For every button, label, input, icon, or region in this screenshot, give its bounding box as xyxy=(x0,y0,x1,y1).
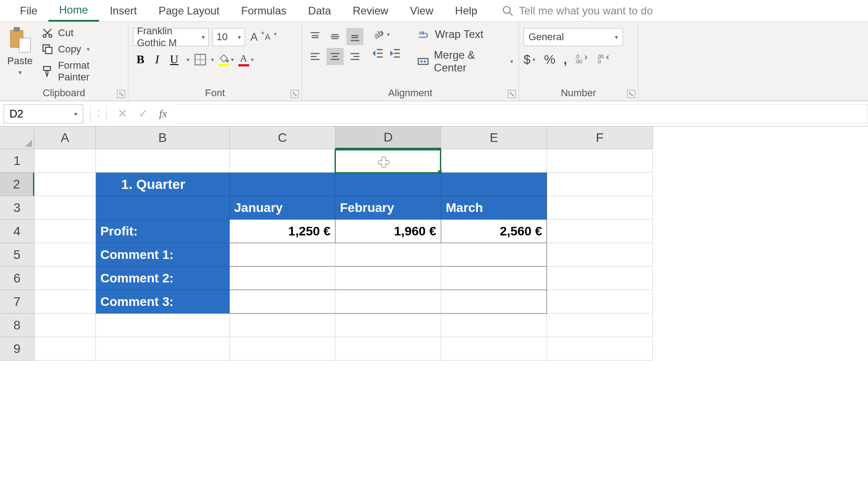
cell-a6[interactable] xyxy=(34,267,96,290)
cell-b7[interactable]: Comment 3: xyxy=(96,290,230,314)
cell-e6[interactable] xyxy=(441,267,547,290)
cell-c5[interactable] xyxy=(230,243,335,267)
font-color-button[interactable]: A ▾ xyxy=(238,52,255,66)
tab-insert[interactable]: Insert xyxy=(99,0,148,22)
cell-d4[interactable]: 1,960 € xyxy=(335,220,441,243)
cell-e2[interactable] xyxy=(441,173,547,196)
col-header-a[interactable]: A xyxy=(34,127,96,149)
underline-button[interactable]: U xyxy=(166,53,182,66)
align-middle-button[interactable] xyxy=(326,28,344,45)
format-painter-button[interactable]: Format Painter xyxy=(42,60,123,83)
row-header-2[interactable]: 2 xyxy=(0,173,34,196)
row-header-4[interactable]: 4 xyxy=(0,220,34,243)
row-header-1[interactable]: 1 xyxy=(0,149,34,173)
cell-a1[interactable] xyxy=(34,149,96,173)
cell-a5[interactable] xyxy=(34,243,96,267)
cell-b2[interactable]: 1. Quarter xyxy=(96,173,230,196)
alignment-dialog-launcher[interactable]: ⤡ xyxy=(508,90,516,98)
cell-a2[interactable] xyxy=(34,173,96,196)
align-top-button[interactable] xyxy=(307,28,324,45)
cell-b5[interactable]: Comment 1: xyxy=(96,243,230,267)
copy-dropdown-icon[interactable]: ▾ xyxy=(86,46,90,52)
cell-a8[interactable] xyxy=(34,314,96,337)
cell-c3[interactable]: January xyxy=(230,196,335,220)
cut-button[interactable]: Cut xyxy=(42,27,123,39)
increase-font-button[interactable]: A xyxy=(249,31,259,43)
formula-bar-grip[interactable]: ⋮ xyxy=(94,113,103,115)
tell-me-search[interactable]: Tell me what you want to do xyxy=(502,5,653,17)
cell-a3[interactable] xyxy=(34,196,96,220)
fill-color-button[interactable]: ▾ xyxy=(218,53,235,66)
cell-f3[interactable] xyxy=(547,196,653,220)
cell-f1[interactable] xyxy=(547,149,653,173)
paste-button[interactable]: Paste ▾ xyxy=(5,27,35,83)
cell-b6[interactable]: Comment 2: xyxy=(96,267,230,290)
font-color-dropdown-icon[interactable]: ▾ xyxy=(250,56,255,63)
merge-center-button[interactable]: Merge & Center ▾ xyxy=(417,49,514,74)
cell-d6[interactable] xyxy=(335,267,441,290)
tab-view[interactable]: View xyxy=(399,0,444,22)
number-format-combo[interactable]: General ▾ xyxy=(524,28,623,46)
cell-a9[interactable] xyxy=(34,337,96,361)
cell-d1[interactable] xyxy=(335,149,441,173)
cell-e3[interactable]: March xyxy=(441,196,547,220)
cell-c8[interactable] xyxy=(230,314,335,337)
col-header-f[interactable]: F xyxy=(547,127,653,149)
decrease-indent-button[interactable] xyxy=(372,47,384,61)
align-center-button[interactable] xyxy=(326,48,344,65)
cell-e7[interactable] xyxy=(441,290,547,314)
select-all-corner[interactable] xyxy=(0,127,34,149)
cell-c7[interactable] xyxy=(230,290,335,314)
col-header-d[interactable]: D xyxy=(335,127,441,149)
paste-dropdown-icon[interactable]: ▾ xyxy=(19,69,22,76)
borders-button[interactable] xyxy=(194,53,207,66)
align-left-button[interactable] xyxy=(307,48,324,65)
clipboard-dialog-launcher[interactable]: ⤡ xyxy=(117,90,125,98)
decrease-decimal-button[interactable]: .00.0 xyxy=(597,52,610,67)
cell-c4[interactable]: 1,250 € xyxy=(230,220,335,243)
row-header-3[interactable]: 3 xyxy=(0,196,34,220)
row-header-5[interactable]: 5 xyxy=(0,243,34,267)
merge-dropdown-icon[interactable]: ▾ xyxy=(509,58,514,65)
comma-format-button[interactable]: , xyxy=(563,52,567,67)
font-dialog-launcher[interactable]: ⤡ xyxy=(291,90,299,98)
cell-b8[interactable] xyxy=(96,314,230,337)
cell-c1[interactable] xyxy=(230,149,335,173)
cell-b3[interactable] xyxy=(96,196,230,220)
tab-data[interactable]: Data xyxy=(297,0,342,22)
cell-a7[interactable] xyxy=(34,290,96,314)
col-header-c[interactable]: C xyxy=(230,127,335,149)
tab-page-layout[interactable]: Page Layout xyxy=(148,0,231,22)
decrease-font-button[interactable]: A xyxy=(263,33,272,42)
cell-d9[interactable] xyxy=(335,337,441,361)
cell-e8[interactable] xyxy=(441,314,547,337)
tab-help[interactable]: Help xyxy=(444,0,488,22)
cell-e5[interactable] xyxy=(441,243,547,267)
cell-d7[interactable] xyxy=(335,290,441,314)
worksheet[interactable]: A B C D E F 1 2 1. Quarter 3 January Feb… xyxy=(0,127,868,361)
underline-dropdown-icon[interactable]: ▾ xyxy=(186,56,190,63)
col-header-b[interactable]: B xyxy=(96,127,230,149)
wrap-text-button[interactable]: ab Wrap Text xyxy=(417,28,514,41)
cell-d2[interactable] xyxy=(335,173,441,196)
increase-decimal-button[interactable]: .0.00 xyxy=(575,52,589,67)
row-header-7[interactable]: 7 xyxy=(0,290,34,314)
cell-a4[interactable] xyxy=(34,220,96,243)
cell-e9[interactable] xyxy=(441,337,547,361)
formula-input[interactable] xyxy=(174,104,868,123)
percent-format-button[interactable]: % xyxy=(544,52,556,67)
cell-f7[interactable] xyxy=(547,290,653,314)
align-bottom-button[interactable] xyxy=(346,28,363,45)
tab-review[interactable]: Review xyxy=(342,0,399,22)
fill-dropdown-icon[interactable]: ▾ xyxy=(230,56,235,63)
row-header-8[interactable]: 8 xyxy=(0,314,34,337)
increase-indent-button[interactable] xyxy=(389,47,401,61)
cell-d8[interactable] xyxy=(335,314,441,337)
tab-formulas[interactable]: Formulas xyxy=(231,0,297,22)
cancel-formula-button[interactable]: ✕ xyxy=(118,107,127,121)
tab-home[interactable]: Home xyxy=(48,0,99,22)
cell-b9[interactable] xyxy=(96,337,230,361)
copy-button[interactable]: Copy ▾ xyxy=(42,43,123,55)
font-name-combo[interactable]: Franklin Gothic M ▾ xyxy=(133,28,209,46)
cell-f9[interactable] xyxy=(547,337,653,361)
